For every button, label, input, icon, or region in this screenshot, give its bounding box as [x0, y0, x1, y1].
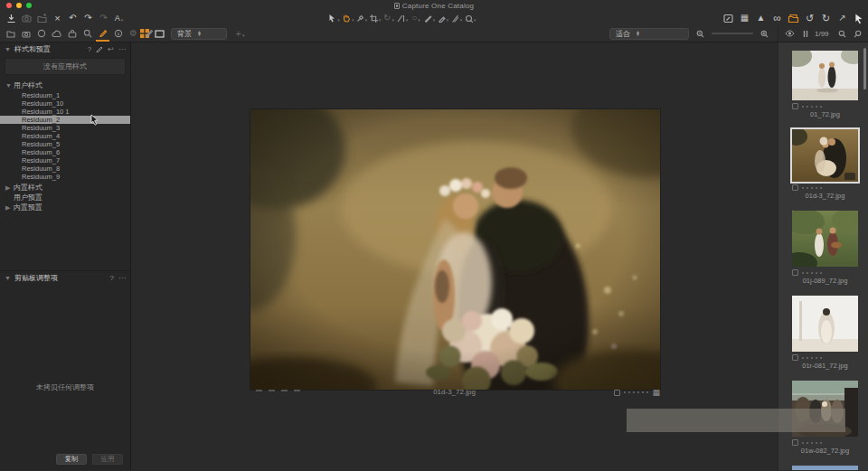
spot-removal-icon[interactable]: ○▾: [410, 12, 422, 24]
add-view-button[interactable]: +▾: [234, 27, 246, 40]
apply-button[interactable]: 应用: [92, 454, 123, 465]
rating-dots[interactable]: [802, 357, 822, 359]
filter-icon[interactable]: [852, 27, 863, 40]
rating-dots[interactable]: [802, 106, 822, 108]
style-item[interactable]: Residuum_4: [0, 132, 130, 140]
select-checkbox[interactable]: [614, 390, 620, 396]
exposure-warning-icon[interactable]: ▲: [755, 12, 767, 24]
sort-bars-icon[interactable]: [799, 27, 811, 40]
pan-hand-icon[interactable]: ▾: [342, 12, 354, 24]
radial-mask-icon[interactable]: ▾: [465, 12, 476, 24]
output-stack-icon[interactable]: [788, 12, 799, 24]
style-item[interactable]: Residuum_1: [0, 91, 130, 99]
grid-icon[interactable]: ▦: [739, 12, 750, 24]
style-item[interactable]: Residuum_6: [0, 148, 130, 156]
style-item[interactable]: Residuum_10 1: [0, 108, 130, 116]
copy-button[interactable]: 复制: [56, 454, 87, 465]
thumbnail[interactable]: [792, 51, 858, 100]
edit-pen-icon[interactable]: [96, 45, 103, 54]
export-icon[interactable]: [36, 12, 48, 24]
zoom-slider[interactable]: [712, 33, 753, 34]
filmstrip-scrollbar[interactable]: [863, 48, 866, 89]
library-folder-icon[interactable]: [5, 25, 16, 42]
thumbnail-selected[interactable]: [792, 129, 858, 182]
style-item[interactable]: Residuum_9: [0, 173, 130, 181]
proof-loupe-icon[interactable]: ∞: [771, 12, 783, 24]
gradient-mask-icon[interactable]: ▾: [451, 12, 463, 24]
thumbnail[interactable]: [792, 296, 858, 352]
select-checkbox[interactable]: [792, 439, 798, 446]
adjustments-brush-icon[interactable]: [143, 25, 155, 42]
zoom-out-icon[interactable]: [694, 27, 706, 40]
color-tag-dots[interactable]: [624, 391, 648, 393]
more-icon[interactable]: ⋯: [118, 45, 126, 53]
select-checkbox[interactable]: [792, 103, 798, 109]
metadata-info-icon[interactable]: [112, 25, 124, 42]
rating-dots[interactable]: [802, 442, 822, 444]
erase-mask-icon[interactable]: ▾: [438, 12, 449, 24]
thumb-meta-row: [792, 269, 858, 276]
exposure-bag-icon[interactable]: [66, 25, 78, 42]
search-icon[interactable]: [836, 27, 848, 40]
redo-alt-icon[interactable]: ↷: [98, 12, 109, 24]
styles-presets-icon[interactable]: [97, 25, 108, 42]
more-icon[interactable]: ⋯: [118, 274, 126, 282]
zoom-fit-select[interactable]: 适合 ▲▼: [609, 28, 689, 40]
capture-camera-icon[interactable]: [21, 12, 33, 24]
share-icon[interactable]: ↗: [836, 12, 848, 24]
main-photo[interactable]: [250, 109, 660, 390]
section-builtin-presets[interactable]: ▶ 内置预置: [0, 203, 130, 212]
thumbnail-block: 01d-3_72.jpg: [792, 129, 858, 200]
grid-view-icon[interactable]: ▦: [652, 388, 660, 397]
section-user-presets[interactable]: 用户预置: [0, 193, 130, 203]
text-style-icon[interactable]: A▾: [113, 12, 125, 24]
help-icon[interactable]: ?: [88, 45, 91, 53]
rotate-cw-icon[interactable]: ↻: [820, 12, 832, 24]
section-user-styles[interactable]: ▼ 用户样式: [0, 80, 130, 90]
color-cloud-icon[interactable]: [51, 25, 62, 42]
crop-icon[interactable]: ▾: [370, 12, 382, 24]
redo-icon[interactable]: ↷: [82, 12, 94, 24]
style-item[interactable]: Residuum_5: [0, 140, 130, 148]
undo-icon[interactable]: ↶: [67, 12, 79, 24]
pick-color-icon[interactable]: ▾: [356, 12, 368, 24]
rating-dots[interactable]: [802, 187, 822, 189]
select-checkbox[interactable]: [792, 269, 798, 276]
capture-camera-tab-icon[interactable]: [20, 25, 32, 42]
single-view-icon[interactable]: [154, 27, 165, 40]
style-item[interactable]: Residuum_10: [0, 99, 130, 108]
zoom-in-icon[interactable]: [759, 27, 770, 40]
styles-panel-title: 样式和预置: [14, 44, 51, 54]
draw-mask-icon[interactable]: ▾: [424, 12, 436, 24]
style-item[interactable]: Residuum_7: [0, 156, 130, 165]
annotations-icon[interactable]: [722, 12, 734, 24]
eye-icon[interactable]: [784, 27, 796, 40]
clipboard-panel-header[interactable]: ▼ 剪贴板调整项 ? ⋯: [0, 271, 130, 285]
style-item[interactable]: Residuum_3: [0, 124, 130, 132]
rotate-ccw-icon[interactable]: ↺: [804, 12, 816, 24]
straighten-icon[interactable]: ▾: [397, 12, 409, 24]
settings-gear-icon[interactable]: ⚙: [127, 25, 139, 42]
select-checkbox[interactable]: [792, 184, 798, 191]
thumbnail-block: 01_72.jpg: [792, 51, 858, 118]
select-cursor-icon[interactable]: ▾: [328, 12, 340, 24]
view-actions-group: ▦ ▲ ∞ ↺ ↻ ↗: [722, 12, 864, 24]
rotate-tool-icon[interactable]: ↻▾: [383, 12, 395, 24]
thumb-filename: 01d-3_72.jpg: [792, 192, 858, 200]
style-item-selected[interactable]: Residuum_2: [0, 116, 130, 124]
pointer-icon[interactable]: [853, 12, 864, 24]
import-icon[interactable]: [5, 12, 17, 24]
section-builtin-styles[interactable]: ▶ 内置样式: [0, 183, 130, 193]
style-item[interactable]: Residuum_8: [0, 165, 130, 173]
lens-icon[interactable]: [35, 25, 47, 42]
thumbnail[interactable]: [792, 466, 858, 470]
help-icon[interactable]: ?: [110, 274, 114, 282]
delete-x-icon[interactable]: ×: [52, 12, 63, 24]
revert-icon[interactable]: ↩: [108, 45, 114, 53]
background-select[interactable]: 背景 ▲▼: [171, 28, 227, 40]
details-magnifier-icon[interactable]: [81, 25, 93, 42]
rating-dots[interactable]: [802, 272, 822, 274]
thumbnail[interactable]: [792, 211, 858, 267]
select-checkbox[interactable]: [792, 354, 798, 361]
styles-panel-header[interactable]: ▼ 样式和预置 ? ↩ ⋯: [0, 42, 130, 56]
